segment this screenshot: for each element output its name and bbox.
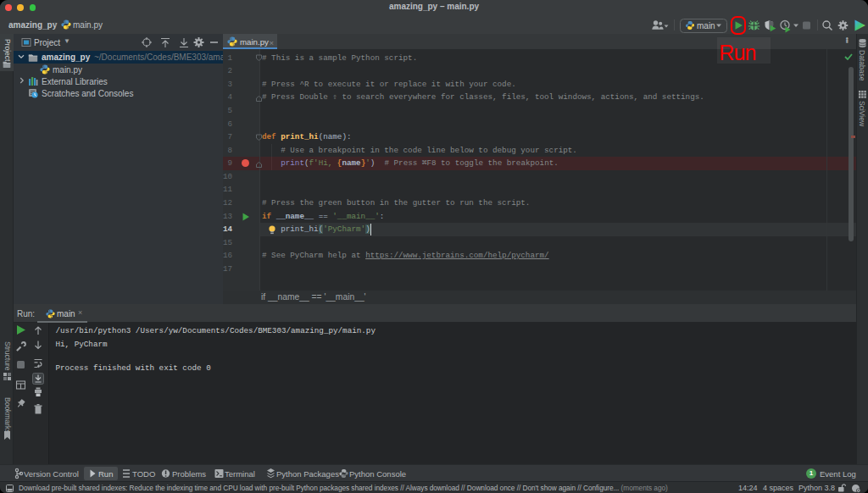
svg-text:main: main: [697, 21, 715, 30]
